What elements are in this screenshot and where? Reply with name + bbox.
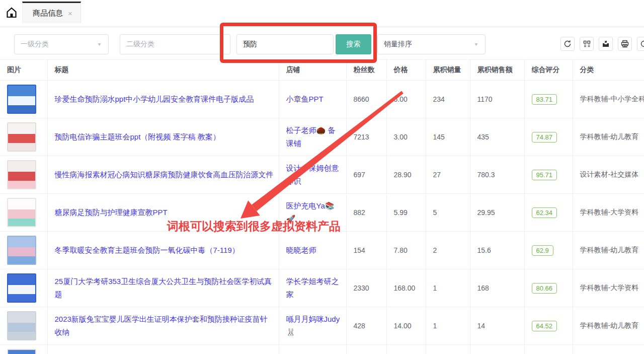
shop-link[interactable]: 学长学姐考研之 家 xyxy=(286,275,341,302)
shop-link[interactable]: 喺月月妈咪Judy 🐰 xyxy=(286,313,341,339)
columns-icon xyxy=(583,40,591,48)
sort-select-value: 销量排序 xyxy=(384,40,412,49)
shop-link[interactable]: 医护充电Ya📚 🚀 xyxy=(286,199,341,226)
table-toolbar xyxy=(560,37,644,51)
sales-amount: 168 xyxy=(470,269,524,307)
fans-count: 2527 xyxy=(346,345,386,354)
sales-amount: 1170 xyxy=(470,81,524,118)
shop-link[interactable]: 设计小保姆创意 标识 xyxy=(286,162,341,188)
tab-bar: 商品信息 × xyxy=(0,0,644,27)
fans-count: 7213 xyxy=(346,118,386,156)
clipped-toolbar-button[interactable] xyxy=(637,37,644,51)
col-header-fans: 粉丝数 xyxy=(346,60,386,81)
sales-count: 2 xyxy=(426,232,470,269)
table-row: 糖尿病足预防与护理健康宣教PPT 医护充电Ya📚 🚀 882 5.99 5 29… xyxy=(0,194,644,232)
sales-count: 234 xyxy=(426,81,470,118)
price-value: 7.80 xyxy=(386,232,426,269)
sales-count: 27 xyxy=(426,156,470,194)
col-header-category: 分类 xyxy=(573,60,644,81)
search-input[interactable]: 预防 xyxy=(236,34,334,54)
shop-link[interactable]: 小章鱼PPT xyxy=(286,93,341,106)
product-thumbnail[interactable] xyxy=(7,273,36,303)
shop-link[interactable]: 松子老师🌰 备 课铺 xyxy=(286,124,341,151)
product-title-link[interactable]: 25厦门大学考研353卫生综合厦大公共卫生与预防社会医学初试真题 xyxy=(55,275,274,302)
category-label: 学科教辅-高等教育 xyxy=(573,345,644,354)
price-value: 28.90 xyxy=(386,156,426,194)
category-label: 学科教辅-幼儿教育 xyxy=(573,118,644,156)
price-value: 168.00 xyxy=(386,269,426,307)
clipped-icon xyxy=(640,40,644,48)
sales-amount: 29.95 xyxy=(470,194,524,232)
sales-amount: 780.3 xyxy=(470,156,524,194)
score-badge: 80.66 xyxy=(532,283,557,294)
tab-product-info[interactable]: 商品信息 × xyxy=(22,2,81,23)
chevron-down-icon: ▼ xyxy=(97,42,102,47)
fans-count: 8660 xyxy=(346,81,386,118)
score-badge: 62.9 xyxy=(532,245,553,256)
product-thumbnail[interactable] xyxy=(7,160,36,189)
sort-select[interactable]: 销量排序 ▼ xyxy=(377,34,486,54)
table-row: 2023新版兔宝宝婴儿医学出生证明本保护套和预防接种证疫苗针收纳 喺月月妈咪Ju… xyxy=(0,307,644,345)
col-header-image: 图片 xyxy=(0,60,47,81)
table-row: 25厦门大学考研353卫生综合厦大公共卫生与预防社会医学初试真题 学长学姐考研之… xyxy=(0,269,644,307)
category-level2-select[interactable]: 二级分类 ▼ xyxy=(120,34,230,54)
category-level2-placeholder: 二级分类 xyxy=(126,40,154,49)
fans-count: 154 xyxy=(346,232,386,269)
price-value: 14.00 xyxy=(386,307,426,345)
tab-label: 商品信息 xyxy=(33,9,63,18)
product-thumbnail[interactable] xyxy=(7,349,36,354)
export-icon xyxy=(602,40,610,48)
category-label: 设计素材-社交媒体 xyxy=(573,156,644,194)
sales-amount: 15.6 xyxy=(470,232,524,269)
product-title-link[interactable]: 糖尿病足预防与护理健康宣教PPT xyxy=(55,206,274,219)
product-title-link[interactable]: 2023新版兔宝宝婴儿医学出生证明本保护套和预防接种证疫苗针收纳 xyxy=(55,313,274,339)
category-level1-placeholder: 一级分类 xyxy=(21,40,49,49)
col-header-score: 综合评分 xyxy=(524,60,573,81)
product-table: 图片 标题 店铺 粉丝数 价格 累积销量 累积销售额 综合评分 分类 珍爱生命预… xyxy=(0,59,644,354)
col-header-amount: 累积销售额 xyxy=(470,60,524,81)
price-value: 5.00 xyxy=(386,81,426,118)
col-header-price: 价格 xyxy=(386,60,426,81)
product-title-link[interactable]: 预防电信诈骗主题班会ppt（附视频 逐字稿 教案） xyxy=(55,130,274,144)
product-thumbnail[interactable] xyxy=(7,236,36,265)
print-button[interactable] xyxy=(618,37,632,51)
product-title-link[interactable]: 珍爱生命预防溺水ppt中小学幼儿园安全教育课件电子版成品 xyxy=(55,93,274,106)
search-input-value: 预防 xyxy=(243,40,257,49)
sales-amount: 0 xyxy=(470,345,524,354)
product-thumbnail[interactable] xyxy=(7,311,36,340)
chevron-down-icon: ▼ xyxy=(218,42,224,47)
fans-count: 882 xyxy=(346,194,386,232)
home-button[interactable] xyxy=(4,6,19,21)
table-header-row: 图片 标题 店铺 粉丝数 价格 累积销量 累积销售额 综合评分 分类 xyxy=(0,60,644,81)
close-icon[interactable]: × xyxy=(68,10,72,17)
category-label: 学科教辅-中小学全科 xyxy=(573,81,644,118)
product-thumbnail[interactable] xyxy=(7,122,36,152)
product-thumbnail[interactable] xyxy=(7,85,36,114)
table-body: 珍爱生命预防溺水ppt中小学幼儿园安全教育课件电子版成品 小章鱼PPT 8660… xyxy=(0,81,644,354)
product-thumbnail[interactable] xyxy=(7,198,36,227)
price-value: 3.00 xyxy=(386,118,426,156)
fans-count: 428 xyxy=(346,307,386,345)
export-button[interactable] xyxy=(599,37,613,51)
shop-link[interactable]: 晓晓老师 xyxy=(286,244,341,257)
sales-amount: 435 xyxy=(470,118,524,156)
fans-count: 697 xyxy=(346,156,386,194)
col-header-title: 标题 xyxy=(47,60,279,81)
column-settings-button[interactable] xyxy=(580,37,594,51)
product-title-link[interactable]: 慢性病海报素材冠心病知识糖尿病预防健康饮食高血压防治源文件 xyxy=(55,168,274,181)
score-badge: 74.87 xyxy=(532,132,557,143)
search-button[interactable]: 搜索 xyxy=(336,34,371,54)
product-title-link[interactable]: 冬季取暖安全教育主题班会预防一氧化碳中毒（7-119） xyxy=(55,244,274,257)
refresh-button[interactable] xyxy=(560,37,575,51)
sales-count: 0 xyxy=(426,345,470,354)
sales-amount: 14 xyxy=(470,307,524,345)
category-level1-select[interactable]: 一级分类 ▼ xyxy=(14,34,109,54)
score-badge: 83.71 xyxy=(532,94,557,105)
filter-bar: 一级分类 ▼ 二级分类 ▼ 预防 搜索 销量排序 ▼ xyxy=(0,27,644,59)
sales-count: 5 xyxy=(426,194,470,232)
home-icon xyxy=(6,7,18,21)
table-row: 预防电信诈骗主题班会ppt（附视频 逐字稿 教案） 松子老师🌰 备 课铺 721… xyxy=(0,118,644,156)
score-badge: 64.52 xyxy=(532,321,557,331)
price-value: 5.99 xyxy=(386,194,426,232)
category-label: 学科教辅-幼儿教育 xyxy=(573,232,644,269)
